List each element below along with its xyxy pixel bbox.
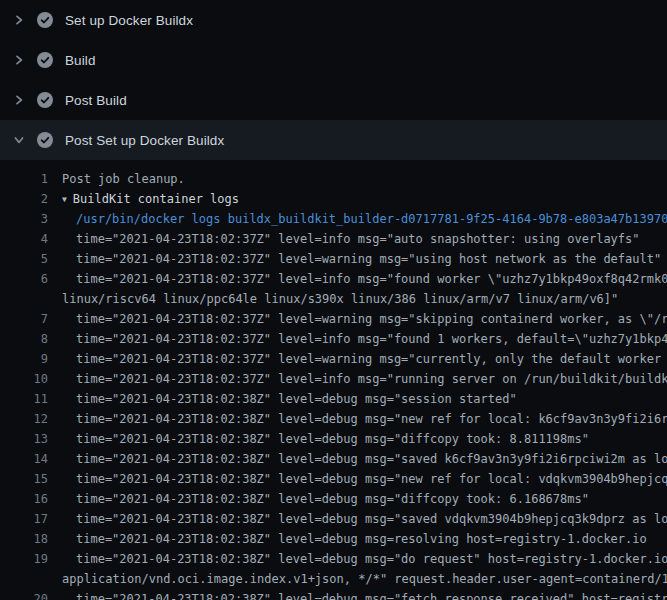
- log-line-text: time="2021-04-23T18:02:38Z" level=debug …: [62, 489, 667, 509]
- log-area: 1 Post job cleanup. 2 ▼BuildKit containe…: [0, 160, 667, 600]
- log-text-segment: time="2021-04-23T18:02:38Z" level=debug …: [62, 409, 667, 429]
- log-line: 6 time="2021-04-23T18:02:37Z" level=info…: [0, 269, 667, 309]
- log-line-number[interactable]: 12: [0, 409, 48, 429]
- log-line-text: time="2021-04-23T18:02:38Z" level=debug …: [62, 469, 667, 489]
- log-text-segment: time="2021-04-23T18:02:37Z" level=info m…: [62, 229, 667, 249]
- log-line-text: /usr/bin/docker logs buildx_buildkit_bui…: [62, 209, 667, 229]
- step-label: Set up Docker Buildx: [65, 13, 193, 28]
- log-line: 10 time="2021-04-23T18:02:37Z" level=inf…: [0, 369, 667, 389]
- log-text-segment: time="2021-04-23T18:02:38Z" level=debug …: [62, 449, 667, 469]
- log-line: 5 time="2021-04-23T18:02:37Z" level=warn…: [0, 249, 667, 269]
- chevron-right-icon[interactable]: [13, 54, 25, 66]
- log-line-text: time="2021-04-23T18:02:37Z" level=warnin…: [62, 349, 667, 369]
- log-line-number[interactable]: 18: [0, 529, 48, 549]
- log-line-number[interactable]: 10: [0, 369, 48, 389]
- step-header-post-set-up-docker-buildx[interactable]: Post Set up Docker Buildx: [0, 120, 667, 160]
- log-text-segment: time="2021-04-23T18:02:38Z" level=debug …: [62, 489, 667, 509]
- log-line-text: time="2021-04-23T18:02:38Z" level=debug …: [62, 509, 667, 529]
- log-line-number[interactable]: 17: [0, 509, 48, 529]
- log-line: 9 time="2021-04-23T18:02:37Z" level=warn…: [0, 349, 667, 369]
- log-text-segment: time="2021-04-23T18:02:38Z" level=debug …: [62, 589, 667, 600]
- log-line-text: time="2021-04-23T18:02:38Z" level=debug …: [62, 589, 667, 600]
- log-text-segment: time="2021-04-23T18:02:37Z" level=warnin…: [62, 309, 667, 329]
- log-line: 3 /usr/bin/docker logs buildx_buildkit_b…: [0, 209, 667, 229]
- chevron-right-icon[interactable]: [13, 14, 25, 26]
- log-line-text: time="2021-04-23T18:02:38Z" level=debug …: [62, 429, 667, 449]
- log-line-text: time="2021-04-23T18:02:38Z" level=debug …: [62, 409, 667, 429]
- check-circle-icon: [37, 52, 53, 68]
- check-circle-icon: [37, 132, 53, 148]
- log-line-number[interactable]: 6: [0, 269, 48, 289]
- log-line-text: ▼BuildKit container logs: [62, 189, 667, 209]
- log-text-segment: time="2021-04-23T18:02:38Z" level=debug …: [62, 389, 667, 409]
- chevron-right-icon[interactable]: [13, 94, 25, 106]
- log-text-wrap-segment: linux/riscv64 linux/ppc64le linux/s390x …: [62, 289, 667, 309]
- log-line-text: time="2021-04-23T18:02:37Z" level=warnin…: [62, 309, 667, 329]
- log-text-segment: ▼BuildKit container logs: [62, 189, 667, 209]
- log-line: 20 time="2021-04-23T18:02:38Z" level=deb…: [0, 589, 667, 600]
- step-label: Post Build: [65, 93, 127, 108]
- log-line: 13 time="2021-04-23T18:02:38Z" level=deb…: [0, 429, 667, 449]
- log-line-text: time="2021-04-23T18:02:37Z" level=info m…: [62, 229, 667, 249]
- log-line: 15 time="2021-04-23T18:02:38Z" level=deb…: [0, 469, 667, 489]
- log-line: 17 time="2021-04-23T18:02:38Z" level=deb…: [0, 509, 667, 529]
- check-circle-icon: [37, 12, 53, 28]
- log-text-segment: time="2021-04-23T18:02:37Z" level=warnin…: [62, 349, 667, 369]
- log-line: 4 time="2021-04-23T18:02:37Z" level=info…: [0, 229, 667, 249]
- chevron-down-icon[interactable]: [13, 134, 25, 146]
- step-header-build[interactable]: Build: [0, 40, 667, 80]
- log-line: 18 time="2021-04-23T18:02:38Z" level=deb…: [0, 529, 667, 549]
- log-line: 16 time="2021-04-23T18:02:38Z" level=deb…: [0, 489, 667, 509]
- log-line: 8 time="2021-04-23T18:02:37Z" level=info…: [0, 329, 667, 349]
- log-text-wrap-segment: application/vnd.oci.image.index.v1+json,…: [62, 569, 667, 589]
- log-line-number[interactable]: 20: [0, 589, 48, 600]
- log-line: 19 time="2021-04-23T18:02:38Z" level=deb…: [0, 549, 667, 589]
- log-text-segment: Post job cleanup.: [62, 169, 667, 189]
- log-line-text: time="2021-04-23T18:02:38Z" level=debug …: [62, 529, 667, 549]
- log-line-number[interactable]: 16: [0, 489, 48, 509]
- log-line-number[interactable]: 7: [0, 309, 48, 329]
- log-line-text: time="2021-04-23T18:02:38Z" level=debug …: [62, 389, 667, 409]
- log-line-number[interactable]: 4: [0, 229, 48, 249]
- log-text-segment: time="2021-04-23T18:02:38Z" level=debug …: [62, 509, 667, 529]
- log-line-number[interactable]: 14: [0, 449, 48, 469]
- log-text-segment: time="2021-04-23T18:02:37Z" level=info m…: [62, 369, 667, 389]
- log-line-text: time="2021-04-23T18:02:37Z" level=info m…: [62, 369, 667, 389]
- check-circle-icon: [37, 92, 53, 108]
- log-line: 1 Post job cleanup.: [0, 169, 667, 189]
- step-label: Post Set up Docker Buildx: [65, 133, 224, 148]
- log-line: 7 time="2021-04-23T18:02:37Z" level=warn…: [0, 309, 667, 329]
- log-line-number[interactable]: 5: [0, 249, 48, 269]
- log-line-text: time="2021-04-23T18:02:37Z" level=warnin…: [62, 249, 667, 269]
- log-group-title[interactable]: BuildKit container logs: [73, 192, 239, 206]
- step-label: Build: [65, 53, 96, 68]
- log-text-segment: time="2021-04-23T18:02:37Z" level=info m…: [62, 329, 667, 349]
- log-line-number[interactable]: 2: [0, 189, 48, 209]
- log-text-segment: time="2021-04-23T18:02:38Z" level=debug …: [62, 469, 667, 489]
- log-line-number[interactable]: 3: [0, 209, 48, 229]
- log-line: 11 time="2021-04-23T18:02:38Z" level=deb…: [0, 389, 667, 409]
- log-line-number[interactable]: 15: [0, 469, 48, 489]
- step-header-set-up-docker-buildx[interactable]: Set up Docker Buildx: [0, 0, 667, 40]
- log-line-text: time="2021-04-23T18:02:38Z" level=debug …: [62, 549, 667, 589]
- log-line-number[interactable]: 1: [0, 169, 48, 189]
- log-text-segment: time="2021-04-23T18:02:38Z" level=debug …: [62, 529, 667, 549]
- log-line: 14 time="2021-04-23T18:02:38Z" level=deb…: [0, 449, 667, 469]
- step-header-post-build[interactable]: Post Build: [0, 80, 667, 120]
- log-line-number[interactable]: 9: [0, 349, 48, 369]
- log-line-number[interactable]: 11: [0, 389, 48, 409]
- triangle-down-icon[interactable]: ▼: [62, 190, 67, 209]
- log-text-segment: time="2021-04-23T18:02:38Z" level=debug …: [62, 429, 667, 449]
- log-text-segment: /usr/bin/docker logs buildx_buildkit_bui…: [62, 209, 667, 229]
- log-line-number[interactable]: 8: [0, 329, 48, 349]
- log-text-segment: time="2021-04-23T18:02:38Z" level=debug …: [62, 549, 667, 569]
- workflow-log-viewer: Set up Docker Buildx Build Post Build Po…: [0, 0, 667, 600]
- steps-list: Set up Docker Buildx Build Post Build Po…: [0, 0, 667, 160]
- log-text-segment: time="2021-04-23T18:02:37Z" level=warnin…: [62, 249, 667, 269]
- log-line-text: time="2021-04-23T18:02:37Z" level=info m…: [62, 329, 667, 349]
- log-line: 2 ▼BuildKit container logs: [0, 189, 667, 209]
- log-line-text: time="2021-04-23T18:02:37Z" level=info m…: [62, 269, 667, 309]
- log-text-segment: time="2021-04-23T18:02:37Z" level=info m…: [62, 269, 667, 289]
- log-line-number[interactable]: 19: [0, 549, 48, 569]
- log-line-number[interactable]: 13: [0, 429, 48, 449]
